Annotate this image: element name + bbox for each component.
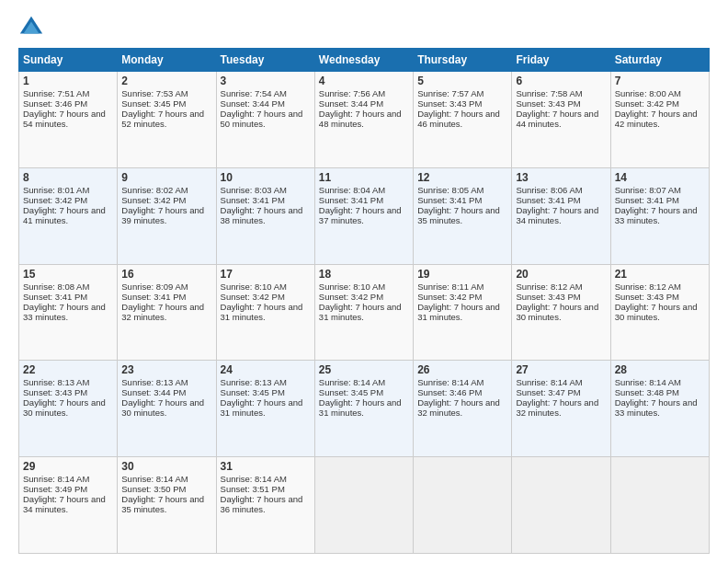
calendar-header-row: SundayMondayTuesdayWednesdayThursdayFrid… [19, 49, 710, 72]
sunset: Sunset: 3:46 PM [23, 98, 87, 109]
sunset: Sunset: 3:42 PM [121, 195, 186, 205]
calendar-cell: 18Sunrise: 8:10 AMSunset: 3:42 PMDayligh… [314, 264, 413, 361]
sunset: Sunset: 3:41 PM [516, 195, 580, 205]
calendar-week-row: 22Sunrise: 8:13 AMSunset: 3:43 PMDayligh… [19, 361, 710, 457]
calendar-cell: 19Sunrise: 8:11 AMSunset: 3:42 PMDayligh… [414, 264, 512, 361]
day-header-saturday: Saturday [610, 49, 709, 72]
sunrise: Sunrise: 7:51 AM [23, 88, 89, 98]
calendar-cell: 1Sunrise: 7:51 AMSunset: 3:46 PMDaylight… [19, 72, 118, 168]
calendar-cell: 13Sunrise: 8:06 AMSunset: 3:41 PMDayligh… [512, 167, 610, 264]
calendar-cell: 26Sunrise: 8:14 AMSunset: 3:46 PMDayligh… [414, 361, 512, 457]
daylight: Daylight: 7 hours and 31 minutes. [221, 397, 303, 418]
sunrise: Sunrise: 8:10 AM [319, 282, 385, 292]
sunset: Sunset: 3:43 PM [23, 387, 87, 397]
calendar-cell: 9Sunrise: 8:02 AMSunset: 3:42 PMDaylight… [118, 167, 216, 264]
sunset: Sunset: 3:50 PM [121, 484, 186, 494]
day-number: 7 [615, 75, 705, 87]
page: SundayMondayTuesdayWednesdayThursdayFrid… [0, 0, 728, 563]
calendar-cell: 30Sunrise: 8:14 AMSunset: 3:50 PMDayligh… [118, 457, 216, 554]
daylight: Daylight: 7 hours and 31 minutes. [221, 302, 303, 322]
day-header-friday: Friday [512, 49, 610, 72]
sunrise: Sunrise: 8:14 AM [23, 474, 89, 484]
calendar-cell: 20Sunrise: 8:12 AMSunset: 3:43 PMDayligh… [512, 264, 610, 361]
sunrise: Sunrise: 8:02 AM [121, 185, 188, 195]
sunset: Sunset: 3:48 PM [615, 387, 679, 397]
daylight: Daylight: 7 hours and 31 minutes. [417, 302, 500, 322]
daylight: Daylight: 7 hours and 30 minutes. [23, 397, 106, 418]
day-header-sunday: Sunday [19, 49, 118, 72]
sunrise: Sunrise: 8:14 AM [121, 474, 188, 484]
day-number: 27 [516, 363, 606, 376]
day-number: 11 [319, 171, 409, 184]
calendar-cell: 10Sunrise: 8:03 AMSunset: 3:41 PMDayligh… [216, 167, 314, 264]
sunset: Sunset: 3:41 PM [23, 292, 87, 302]
calendar-cell: 14Sunrise: 8:07 AMSunset: 3:41 PMDayligh… [610, 167, 709, 264]
day-header-thursday: Thursday [414, 49, 512, 72]
calendar-week-row: 8Sunrise: 8:01 AMSunset: 3:42 PMDaylight… [19, 167, 710, 264]
sunrise: Sunrise: 8:00 AM [615, 88, 681, 98]
daylight: Daylight: 7 hours and 30 minutes. [121, 397, 204, 418]
calendar-cell [512, 457, 610, 554]
day-number: 16 [121, 268, 211, 281]
day-number: 25 [319, 363, 409, 376]
calendar-cell: 15Sunrise: 8:08 AMSunset: 3:41 PMDayligh… [19, 264, 118, 361]
sunset: Sunset: 3:41 PM [121, 292, 186, 302]
sunrise: Sunrise: 8:12 AM [615, 282, 681, 292]
sunrise: Sunrise: 7:58 AM [516, 88, 582, 98]
day-number: 5 [417, 75, 507, 87]
day-number: 1 [23, 75, 113, 87]
day-header-wednesday: Wednesday [314, 49, 413, 72]
day-number: 9 [121, 171, 211, 184]
day-number: 15 [23, 268, 113, 281]
sunrise: Sunrise: 8:14 AM [319, 377, 385, 387]
daylight: Daylight: 7 hours and 39 minutes. [121, 205, 204, 225]
daylight: Daylight: 7 hours and 33 minutes. [615, 397, 698, 418]
logo-icon [18, 15, 44, 40]
day-number: 13 [516, 171, 606, 184]
daylight: Daylight: 7 hours and 31 minutes. [319, 397, 402, 418]
daylight: Daylight: 7 hours and 52 minutes. [121, 109, 204, 129]
daylight: Daylight: 7 hours and 35 minutes. [121, 494, 204, 514]
sunset: Sunset: 3:41 PM [221, 195, 285, 205]
sunset: Sunset: 3:42 PM [23, 195, 87, 205]
sunrise: Sunrise: 8:05 AM [417, 185, 483, 195]
calendar-cell: 7Sunrise: 8:00 AMSunset: 3:42 PMDaylight… [610, 72, 709, 168]
daylight: Daylight: 7 hours and 48 minutes. [319, 109, 402, 129]
sunrise: Sunrise: 8:03 AM [221, 185, 287, 195]
sunset: Sunset: 3:51 PM [221, 484, 285, 494]
calendar-week-row: 1Sunrise: 7:51 AMSunset: 3:46 PMDaylight… [19, 72, 710, 168]
calendar-cell: 8Sunrise: 8:01 AMSunset: 3:42 PMDaylight… [19, 167, 118, 264]
calendar-cell: 27Sunrise: 8:14 AMSunset: 3:47 PMDayligh… [512, 361, 610, 457]
sunset: Sunset: 3:41 PM [417, 195, 482, 205]
sunset: Sunset: 3:42 PM [319, 292, 383, 302]
day-number: 12 [417, 171, 507, 184]
sunset: Sunset: 3:43 PM [615, 292, 679, 302]
day-number: 28 [615, 363, 705, 376]
sunrise: Sunrise: 8:13 AM [121, 377, 188, 387]
day-number: 3 [221, 75, 311, 87]
calendar-cell [314, 457, 413, 554]
calendar-cell: 22Sunrise: 8:13 AMSunset: 3:43 PMDayligh… [19, 361, 118, 457]
day-number: 26 [417, 363, 507, 376]
sunrise: Sunrise: 8:06 AM [516, 185, 582, 195]
sunset: Sunset: 3:46 PM [417, 387, 482, 397]
day-number: 10 [221, 171, 311, 184]
daylight: Daylight: 7 hours and 41 minutes. [23, 205, 106, 225]
sunrise: Sunrise: 8:14 AM [221, 474, 287, 484]
daylight: Daylight: 7 hours and 34 minutes. [23, 494, 106, 514]
calendar-table: SundayMondayTuesdayWednesdayThursdayFrid… [18, 48, 710, 554]
calendar-cell: 21Sunrise: 8:12 AMSunset: 3:43 PMDayligh… [610, 264, 709, 361]
sunrise: Sunrise: 8:04 AM [319, 185, 385, 195]
daylight: Daylight: 7 hours and 44 minutes. [516, 109, 598, 129]
day-number: 24 [221, 363, 311, 376]
daylight: Daylight: 7 hours and 32 minutes. [516, 397, 598, 418]
daylight: Daylight: 7 hours and 38 minutes. [221, 205, 303, 225]
sunset: Sunset: 3:42 PM [615, 98, 679, 109]
sunrise: Sunrise: 8:14 AM [417, 377, 483, 387]
calendar-cell: 11Sunrise: 8:04 AMSunset: 3:41 PMDayligh… [314, 167, 413, 264]
calendar-week-row: 29Sunrise: 8:14 AMSunset: 3:49 PMDayligh… [19, 457, 710, 554]
day-header-monday: Monday [118, 49, 216, 72]
sunrise: Sunrise: 7:56 AM [319, 88, 385, 98]
day-header-tuesday: Tuesday [216, 49, 314, 72]
sunset: Sunset: 3:42 PM [221, 292, 285, 302]
